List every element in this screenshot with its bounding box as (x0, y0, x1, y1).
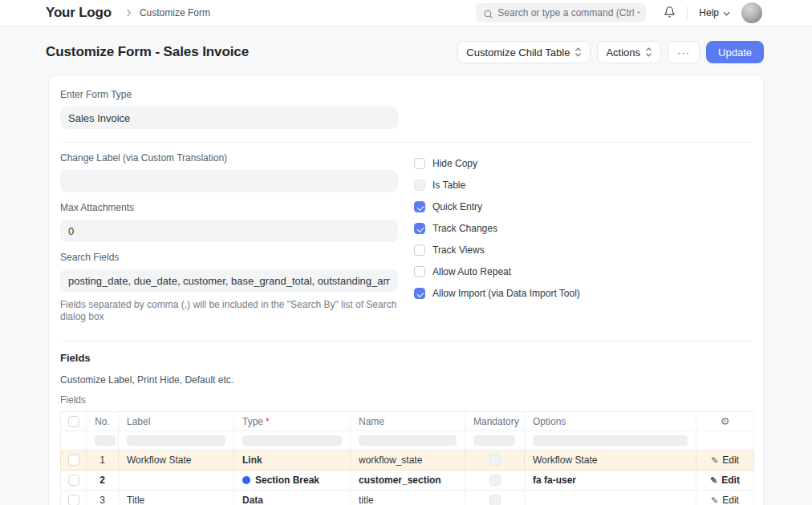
global-search-input[interactable] (476, 3, 646, 22)
column-header-no: No. (87, 412, 119, 431)
checkbox-label: Track Views (432, 244, 485, 256)
mandatory-checkbox (489, 454, 501, 466)
search-icon (483, 8, 493, 22)
column-header-name: Name (351, 412, 465, 431)
pencil-icon: ✎ (710, 475, 717, 486)
field-name-cell: customer_section (351, 471, 465, 491)
form-checkbox-row: Is Table (414, 180, 752, 191)
checkbox-hide-copy[interactable] (414, 158, 425, 169)
edit-row-button[interactable]: ✎Edit (711, 495, 739, 505)
field-options-text: fa fa-user (533, 475, 688, 486)
row-number: 1 (87, 450, 119, 471)
grid-row: 2Section Breakcustomer_sectionfa fa-user… (61, 471, 754, 491)
grid-filter-input-name[interactable] (359, 435, 457, 446)
required-asterisk: * (266, 416, 270, 427)
fields-section-description: Customize Label, Print Hide, Default etc… (60, 374, 752, 386)
field-label-cell: Workflow State (119, 450, 234, 471)
help-menu-button[interactable]: Help (699, 7, 730, 18)
navbar-right: Help (476, 2, 762, 23)
field-options-cell (525, 491, 696, 505)
grid-filter-input-type[interactable] (242, 435, 342, 446)
fields-grid-label: Fields (60, 394, 752, 406)
row-select-checkbox[interactable] (68, 495, 79, 505)
field-label-cell (119, 471, 234, 491)
edit-cell: ✎Edit (696, 471, 754, 491)
edit-button-label: Edit (722, 495, 739, 505)
grid-row: 3TitleDatatitle✎Edit (61, 491, 754, 505)
form-card: Enter Form Type Change Label (via Custom… (48, 75, 764, 505)
form-checkbox-row: Track Views (414, 244, 752, 256)
checkbox-allow-import-via-data-import-tool[interactable] (414, 288, 425, 299)
search-fields-input[interactable] (60, 269, 398, 292)
grid-filter-input-label[interactable] (127, 435, 225, 446)
actions-label: Actions (606, 46, 640, 59)
form-type-input[interactable] (60, 107, 398, 129)
form-checkbox-row: Hide Copy (414, 158, 752, 169)
grid-filter-row (61, 431, 754, 450)
field-name-cell: title (351, 491, 465, 505)
edit-cell: ✎Edit (696, 491, 754, 505)
change-label-label: Change Label (via Custom Translation) (60, 152, 414, 164)
field-name-cell: workflow_state (351, 450, 465, 471)
edit-row-button[interactable]: ✎Edit (711, 454, 739, 466)
fields-section-title: Fields (60, 352, 752, 364)
fields-grid: No. Label Type* Name Mandatory Options ⚙ (60, 411, 754, 505)
row-select-cell (61, 491, 87, 505)
navbar: Your Logo Customize Form Help (0, 0, 812, 26)
edit-row-button[interactable]: ✎Edit (710, 475, 740, 486)
search-fields-label: Search Fields (60, 252, 414, 263)
actions-button[interactable]: Actions (597, 41, 661, 63)
row-number: 2 (87, 471, 119, 491)
row-select-checkbox[interactable] (68, 475, 79, 486)
properties-section: Change Label (via Custom Translation) Ma… (60, 143, 752, 341)
mandatory-cell (465, 450, 525, 471)
change-label-input[interactable] (60, 170, 398, 192)
checkbox-track-views[interactable] (414, 244, 425, 256)
pencil-icon: ✎ (711, 455, 718, 466)
grid-settings-gear-icon[interactable]: ⚙ (721, 415, 730, 427)
form-checkbox-row: Track Changes (414, 223, 752, 234)
breadcrumb-chevron-icon (126, 9, 132, 17)
row-select-cell (61, 450, 87, 471)
fields-section: Fields Customize Label, Print Hide, Defa… (60, 341, 752, 505)
customize-child-table-button[interactable]: Customize Child Table (457, 41, 591, 63)
checkbox-label: Allow Import (via Data Import Tool) (432, 288, 580, 299)
page-title: Customize Form - Sales Invoice (46, 44, 249, 60)
app-logo[interactable]: Your Logo (46, 5, 112, 21)
grid-row: 1Workflow StateLinkworkflow_stateWorkflo… (61, 450, 754, 471)
field-options-cell: fa fa-user (525, 471, 696, 491)
grid-filter-input-options[interactable] (533, 435, 688, 446)
app-window: Your Logo Customize Form Help (0, 0, 812, 505)
field-options-text: Workflow State (533, 455, 688, 466)
edit-cell: ✎Edit (696, 450, 754, 471)
grid-filter-input-no[interactable] (95, 435, 116, 446)
checkbox-label: Is Table (432, 180, 465, 191)
bell-icon (664, 6, 676, 21)
checkbox-is-table (414, 180, 425, 191)
select-all-checkbox[interactable] (68, 416, 79, 427)
checkbox-allow-auto-repeat[interactable] (414, 266, 425, 277)
column-header-label: Label (119, 412, 234, 431)
breadcrumb[interactable]: Customize Form (140, 7, 210, 18)
row-select-checkbox[interactable] (68, 454, 79, 466)
column-header-mandatory: Mandatory (465, 412, 525, 431)
form-type-label: Enter Form Type (60, 89, 752, 100)
user-avatar[interactable] (741, 2, 762, 23)
select-chevrons-icon (645, 46, 652, 58)
form-checkbox-row: Quick Entry (414, 201, 752, 212)
grid-header-row: No. Label Type* Name Mandatory Options ⚙ (61, 412, 754, 431)
search-fields-help-text: Fields separated by comma (,) will be in… (60, 299, 414, 323)
form-checkbox-row: Allow Auto Repeat (414, 266, 752, 277)
form-checkbox-row: Allow Import (via Data Import Tool) (414, 288, 752, 299)
edit-button-label: Edit (721, 475, 740, 486)
checkbox-quick-entry[interactable] (414, 201, 425, 212)
field-type-cell: Link (234, 450, 351, 471)
more-menu-button[interactable]: ··· (668, 41, 700, 63)
max-attachments-input[interactable] (60, 220, 398, 242)
notifications-button[interactable] (664, 6, 676, 21)
grid-filter-input-mandatory[interactable] (473, 435, 515, 446)
update-button[interactable]: Update (706, 41, 764, 63)
row-select-cell (61, 471, 87, 491)
checkbox-track-changes[interactable] (414, 223, 425, 234)
checkbox-label: Track Changes (432, 223, 497, 234)
